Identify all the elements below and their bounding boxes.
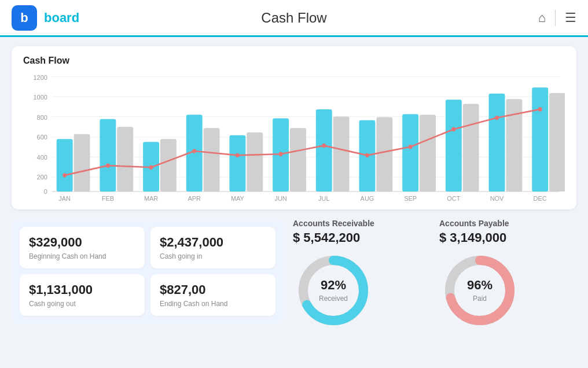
svg-point-46 <box>409 145 413 149</box>
svg-text:FEB: FEB <box>102 195 114 202</box>
bottom-row: $329,000 Beginning Cash on Hand $2,437,0… <box>12 219 576 331</box>
svg-rect-15 <box>74 134 90 192</box>
svg-rect-19 <box>160 139 177 192</box>
svg-rect-36 <box>532 87 548 192</box>
svg-text:SEP: SEP <box>404 195 417 202</box>
kpi-label-1: Cash going in <box>160 252 266 260</box>
svg-point-38 <box>63 173 67 177</box>
svg-point-39 <box>106 163 110 167</box>
accounts-payable-panel: Accounts Payable $ 3,149,000 96% Paid <box>439 219 576 331</box>
svg-text:OCT: OCT <box>447 195 460 202</box>
kpi-card-0: $329,000 Beginning Cash on Hand <box>20 227 145 268</box>
svg-rect-16 <box>100 119 116 192</box>
chart-title: Cash Flow <box>23 56 565 66</box>
svg-text:800: 800 <box>37 113 47 120</box>
page-title: Cash Flow <box>261 10 326 26</box>
kpi-label-3: Ending Cash on Hand <box>160 300 266 308</box>
kpi-label-0: Beginning Cash on Hand <box>29 252 135 260</box>
svg-rect-29 <box>376 117 392 192</box>
svg-rect-33 <box>463 104 479 192</box>
ap-sub: Paid <box>473 295 487 303</box>
ar-title: Accounts Receivable <box>293 219 374 228</box>
svg-rect-31 <box>420 115 436 192</box>
kpi-label-2: Cash going out <box>29 300 135 308</box>
svg-text:DEC: DEC <box>534 195 547 202</box>
svg-rect-26 <box>316 109 332 192</box>
svg-text:200: 200 <box>37 174 47 181</box>
svg-point-44 <box>322 143 326 148</box>
svg-rect-23 <box>247 133 263 192</box>
svg-point-40 <box>149 165 153 170</box>
bar-chart-svg: 0 200 400 600 800 1000 1200 <box>23 71 565 204</box>
header-divider <box>555 10 556 26</box>
svg-rect-37 <box>549 93 565 192</box>
svg-text:1200: 1200 <box>33 73 47 80</box>
menu-icon[interactable]: ☰ <box>565 10 576 25</box>
svg-rect-27 <box>333 116 350 192</box>
ar-center: 92% Received <box>319 278 348 303</box>
svg-text:APR: APR <box>188 195 201 202</box>
kpi-value-1: $2,437,000 <box>160 235 266 250</box>
svg-point-45 <box>365 153 369 157</box>
svg-text:JUL: JUL <box>318 195 329 202</box>
svg-text:JAN: JAN <box>58 195 71 202</box>
app-header: b board Cash Flow ⌂ ☰ <box>0 0 588 37</box>
svg-point-49 <box>538 107 542 111</box>
main-content: Cash Flow 0 200 400 600 800 1000 1200 <box>0 37 588 340</box>
ap-pct: 96% <box>467 278 493 293</box>
svg-rect-22 <box>229 135 245 192</box>
cash-flow-chart-card: Cash Flow 0 200 400 600 800 1000 1200 <box>12 46 576 209</box>
kpi-value-3: $827,00 <box>160 282 266 297</box>
kpi-card-3: $827,00 Ending Cash on Hand <box>150 274 275 316</box>
svg-rect-32 <box>446 100 462 192</box>
svg-text:JUN: JUN <box>274 195 286 202</box>
ap-center: 96% Paid <box>467 278 493 303</box>
logo-box: b <box>12 5 37 31</box>
svg-rect-25 <box>290 128 306 192</box>
svg-rect-34 <box>489 94 505 192</box>
brand-name: board <box>44 10 79 25</box>
ap-amount: $ 3,149,000 <box>439 230 506 245</box>
accounts-receivable-panel: Accounts Receivable $ 5,542,200 92% Rece… <box>293 219 430 331</box>
kpi-card-1: $2,437,000 Cash going in <box>150 227 275 268</box>
svg-text:AUG: AUG <box>361 195 374 202</box>
ar-sub: Received <box>319 295 348 303</box>
kpi-value-2: $1,131,000 <box>29 282 135 297</box>
svg-point-41 <box>192 149 196 153</box>
ar-pct: 92% <box>319 278 348 293</box>
svg-point-48 <box>495 116 499 120</box>
kpi-card-2: $1,131,000 Cash going out <box>20 274 145 316</box>
svg-text:NOV: NOV <box>490 195 504 202</box>
svg-rect-17 <box>117 127 133 192</box>
svg-text:400: 400 <box>37 153 47 160</box>
svg-point-42 <box>236 153 240 157</box>
kpi-value-0: $329,000 <box>29 235 135 250</box>
svg-text:MAR: MAR <box>144 195 158 202</box>
svg-rect-30 <box>402 114 418 192</box>
svg-point-47 <box>451 127 455 131</box>
svg-text:MAY: MAY <box>231 195 244 202</box>
chart-wrapper: 0 200 400 600 800 1000 1200 <box>23 71 565 204</box>
home-icon[interactable]: ⌂ <box>538 10 546 25</box>
ap-title: Accounts Payable <box>439 219 509 228</box>
ar-amount: $ 5,542,200 <box>293 230 360 245</box>
svg-rect-21 <box>204 128 220 192</box>
ap-donut: 96% Paid <box>439 250 520 331</box>
logo-letter: b <box>20 10 28 25</box>
svg-text:1000: 1000 <box>33 94 47 101</box>
ar-donut: 92% Received <box>293 250 374 331</box>
svg-text:600: 600 <box>37 134 47 141</box>
svg-point-43 <box>279 152 283 156</box>
svg-text:0: 0 <box>44 188 47 195</box>
svg-rect-14 <box>57 139 73 192</box>
kpi-panel: $329,000 Beginning Cash on Hand $2,437,0… <box>12 219 284 324</box>
header-actions: ⌂ ☰ <box>538 10 576 26</box>
